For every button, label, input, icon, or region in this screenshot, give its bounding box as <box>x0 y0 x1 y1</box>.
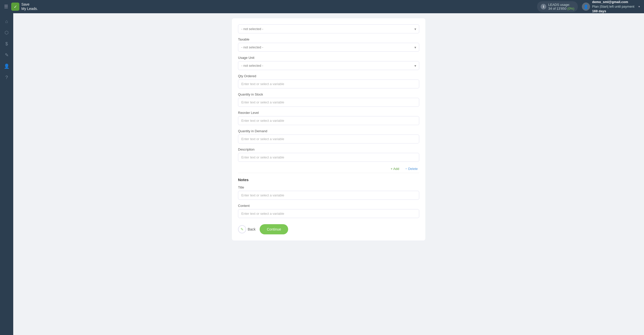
user-info: demo_sml@gmail.com Plan |Start| left unt… <box>592 0 634 14</box>
navbar: ☰ ✓ SaveMy Leads. ℹ LEADS usage: 34 of 1… <box>0 0 644 13</box>
menu-icon[interactable]: ☰ <box>4 4 8 9</box>
taxable-select[interactable]: - not selected - Yes No <box>238 43 419 52</box>
sidebar-item-home[interactable]: ⌂ <box>2 16 12 26</box>
back-button[interactable]: ✎ Back <box>238 225 256 233</box>
delete-button[interactable]: − Delete <box>404 166 419 172</box>
quantity-in-demand-input[interactable] <box>238 135 419 143</box>
usage-unit-select[interactable]: - not selected - Unit Box Pallet <box>238 61 419 70</box>
info-icon: ℹ <box>541 4 546 9</box>
notes-title-label: Title <box>238 185 419 189</box>
quantity-in-demand-label: Quantity in Demand <box>238 129 419 133</box>
add-delete-row: + Add − Delete <box>238 166 419 172</box>
back-icon: ✎ <box>238 225 246 233</box>
top-select-wrapper: - not selected - <box>238 24 419 33</box>
notes-content-input[interactable] <box>238 209 419 218</box>
form-group-notes-content: Content <box>238 204 419 218</box>
notes-title-input[interactable] <box>238 191 419 200</box>
form-group-quantity-in-demand: Quantity in Demand <box>238 129 419 143</box>
notes-content-label: Content <box>238 204 419 208</box>
sidebar-item-integrations[interactable]: ⬡ <box>2 28 12 38</box>
form-group-reorder-level: Reorder Level <box>238 111 419 125</box>
qty-ordered-input[interactable] <box>238 79 419 88</box>
reorder-level-input[interactable] <box>238 116 419 125</box>
quantity-in-stock-input[interactable] <box>238 98 419 107</box>
chevron-down-icon: ▾ <box>638 5 640 8</box>
reorder-level-label: Reorder Level <box>238 111 419 115</box>
form-group-qty-ordered: Qty Ordered <box>238 74 419 88</box>
main-content: - not selected - Taxable - not selected … <box>13 13 644 335</box>
sidebar-item-tools[interactable]: ✎ <box>2 50 12 60</box>
taxable-label: Taxable <box>238 37 419 41</box>
leads-usage-text: LEADS usage: 34 of 13'850 (0%) <box>548 3 574 10</box>
logo-text: SaveMy Leads. <box>21 2 38 11</box>
sidebar: ⌂ ⬡ $ ✎ 👤 ? <box>0 13 13 335</box>
taxable-select-wrapper: - not selected - Yes No <box>238 43 419 52</box>
logo-icon: ✓ <box>11 3 19 11</box>
continue-button[interactable]: Continue <box>260 224 288 234</box>
form-group-description: Description <box>238 148 419 162</box>
quantity-in-stock-label: Quantity in Stock <box>238 92 419 96</box>
usage-unit-label: Usage Unit <box>238 56 419 60</box>
usage-unit-select-wrapper: - not selected - Unit Box Pallet <box>238 61 419 70</box>
form-group-notes-title: Title <box>238 185 419 200</box>
leads-usage-badge: ℹ LEADS usage: 34 of 13'850 (0%) <box>537 1 578 12</box>
app-logo: ✓ SaveMy Leads. <box>11 2 38 11</box>
form-group-usage-unit: Usage Unit - not selected - Unit Box Pal… <box>238 56 419 70</box>
notes-title: Notes <box>238 178 419 182</box>
user-avatar-icon: 👤 <box>582 3 590 11</box>
form-group-quantity-in-stock: Quantity in Stock <box>238 92 419 107</box>
user-menu[interactable]: 👤 demo_sml@gmail.com Plan |Start| left u… <box>582 0 640 14</box>
add-button[interactable]: + Add <box>389 166 401 172</box>
form-group-taxable: Taxable - not selected - Yes No <box>238 37 419 52</box>
form-panel: - not selected - Taxable - not selected … <box>232 18 425 240</box>
app-body: ⌂ ⬡ $ ✎ 👤 ? - not selected - Taxable <box>0 13 644 335</box>
qty-ordered-label: Qty Ordered <box>238 74 419 78</box>
sidebar-item-help[interactable]: ? <box>2 72 12 83</box>
form-group-top-select: - not selected - <box>238 24 419 33</box>
description-label: Description <box>238 148 419 151</box>
description-input[interactable] <box>238 153 419 162</box>
notes-section: Notes Title Content <box>238 173 419 218</box>
form-bottom-actions: ✎ Back Continue <box>238 224 419 234</box>
sidebar-item-billing[interactable]: $ <box>2 39 12 49</box>
top-select[interactable]: - not selected - <box>238 24 419 33</box>
sidebar-item-profile[interactable]: 👤 <box>2 61 12 71</box>
